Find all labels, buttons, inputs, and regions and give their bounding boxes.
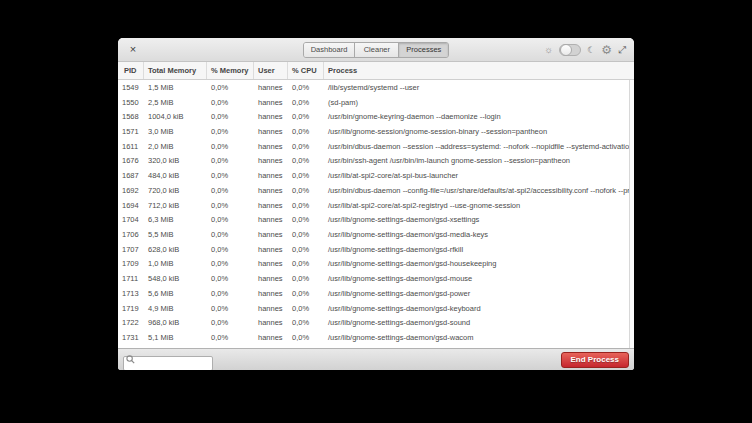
table-row[interactable]: 15681004,0 kiB0,0%hannes0,0%/usr/bin/gno… bbox=[118, 109, 634, 124]
table-row[interactable]: 15713,0 MiB0,0%hannes0,0%/usr/lib/gnome-… bbox=[118, 124, 634, 139]
table-cell: 1713 bbox=[118, 289, 144, 298]
column-header-pid[interactable]: PID bbox=[118, 62, 144, 79]
table-cell: 0,0% bbox=[207, 215, 254, 224]
table-row[interactable]: 1734548,0 kiB0,0%hannes0,0%/usr/lib/gnom… bbox=[118, 345, 634, 348]
column-header-pct-memory[interactable]: % Memory bbox=[207, 62, 254, 79]
table-cell: 968,0 kiB bbox=[144, 318, 207, 327]
view-switcher: Dashboard Cleaner Processes bbox=[303, 42, 450, 58]
table-cell: hannes bbox=[254, 127, 288, 136]
table-cell: 3,0 MiB bbox=[144, 127, 207, 136]
table-row[interactable]: 1676320,0 kiB0,0%hannes0,0%/usr/bin/ssh-… bbox=[118, 154, 634, 169]
table-cell: /usr/lib/gnome-session/gnome-session-bin… bbox=[324, 127, 634, 136]
titlebar[interactable]: × Dashboard Cleaner Processes ☼ ☾ ⚙ ⤢ bbox=[118, 38, 634, 62]
table-row[interactable]: 1687484,0 kiB0,0%hannes0,0%/usr/lib/at-s… bbox=[118, 168, 634, 183]
table-cell: 0,0% bbox=[207, 186, 254, 195]
table-cell: 1,0 MiB bbox=[144, 259, 207, 268]
table-cell: 1704 bbox=[118, 215, 144, 224]
tab-dashboard[interactable]: Dashboard bbox=[304, 43, 356, 57]
close-icon[interactable]: × bbox=[126, 42, 140, 56]
table-cell: 548,0 kiB bbox=[144, 274, 207, 283]
table-cell: /usr/bin/dbus-daemon --session --address… bbox=[324, 142, 634, 151]
column-header-process[interactable]: Process bbox=[324, 62, 634, 79]
table-cell: 0,0% bbox=[207, 156, 254, 165]
monitor-app-window: × Dashboard Cleaner Processes ☼ ☾ ⚙ ⤢ PI… bbox=[118, 38, 634, 370]
table-row[interactable]: 17046,3 MiB0,0%hannes0,0%/usr/lib/gnome-… bbox=[118, 212, 634, 227]
dark-mode-icon: ☾ bbox=[587, 46, 595, 55]
table-cell: hannes bbox=[254, 259, 288, 268]
table-cell: 5,5 MiB bbox=[144, 230, 207, 239]
column-header-total-memory[interactable]: Total Memory bbox=[144, 62, 207, 79]
table-cell: /lib/systemd/systemd --user bbox=[324, 83, 634, 92]
table-cell: 1571 bbox=[118, 127, 144, 136]
column-header-pct-cpu[interactable]: % CPU bbox=[288, 62, 324, 79]
table-cell: 1549 bbox=[118, 83, 144, 92]
column-header-user[interactable]: User bbox=[254, 62, 288, 79]
table-cell: 0,0% bbox=[207, 127, 254, 136]
table-cell: 1676 bbox=[118, 156, 144, 165]
table-row[interactable]: 17135,6 MiB0,0%hannes0,0%/usr/lib/gnome-… bbox=[118, 286, 634, 301]
table-cell: 0,0% bbox=[288, 289, 324, 298]
table-cell: 0,0% bbox=[288, 259, 324, 268]
table-cell: /usr/lib/at-spi2-core/at-spi2-registryd … bbox=[324, 201, 634, 210]
tab-cleaner[interactable]: Cleaner bbox=[355, 43, 399, 57]
table-cell: /usr/bin/gnome-keyring-daemon --daemoniz… bbox=[324, 112, 634, 121]
table-cell: 1709 bbox=[118, 259, 144, 268]
search-input[interactable] bbox=[123, 356, 213, 370]
table-cell: hannes bbox=[254, 304, 288, 313]
search-icon bbox=[126, 355, 135, 364]
table-row[interactable]: 15491,5 MiB0,0%hannes0,0%/lib/systemd/sy… bbox=[118, 80, 634, 95]
table-cell: hannes bbox=[254, 112, 288, 121]
search-field bbox=[123, 352, 213, 367]
table-cell: 320,0 kiB bbox=[144, 156, 207, 165]
table-row[interactable]: 17315,1 MiB0,0%hannes0,0%/usr/lib/gnome-… bbox=[118, 330, 634, 345]
light-mode-icon: ☼ bbox=[544, 45, 553, 55]
table-cell: /usr/lib/gnome-settings-daemon/gsd-sound bbox=[324, 318, 634, 327]
table-cell: 1687 bbox=[118, 171, 144, 180]
table-row[interactable]: 16112,0 MiB0,0%hannes0,0%/usr/bin/dbus-d… bbox=[118, 139, 634, 154]
tab-processes[interactable]: Processes bbox=[399, 43, 448, 57]
table-row[interactable]: 17194,9 MiB0,0%hannes0,0%/usr/lib/gnome-… bbox=[118, 301, 634, 316]
table-cell: 0,0% bbox=[207, 83, 254, 92]
table-cell: 484,0 kiB bbox=[144, 171, 207, 180]
table-cell: 712,0 kiB bbox=[144, 201, 207, 210]
settings-gear-icon[interactable]: ⚙ bbox=[601, 44, 612, 56]
table-cell: hannes bbox=[254, 171, 288, 180]
resize-icon[interactable]: ⤢ bbox=[618, 45, 626, 55]
process-rows: 15491,5 MiB0,0%hannes0,0%/lib/systemd/sy… bbox=[118, 80, 634, 348]
table-cell: hannes bbox=[254, 98, 288, 107]
desktop-background: × Dashboard Cleaner Processes ☼ ☾ ⚙ ⤢ PI… bbox=[0, 0, 752, 423]
table-row[interactable]: 1694712,0 kiB0,0%hannes0,0%/usr/lib/at-s… bbox=[118, 198, 634, 213]
table-cell: hannes bbox=[254, 156, 288, 165]
table-cell: hannes bbox=[254, 245, 288, 254]
table-cell: 1692 bbox=[118, 186, 144, 195]
toggle-knob bbox=[560, 44, 572, 56]
table-row[interactable]: 1722968,0 kiB0,0%hannes0,0%/usr/lib/gnom… bbox=[118, 316, 634, 331]
table-cell: 0,0% bbox=[288, 245, 324, 254]
table-cell: /usr/bin/dbus-daemon --config-file=/usr/… bbox=[324, 186, 634, 195]
table-cell: /usr/lib/gnome-settings-daemon/gsd-keybo… bbox=[324, 304, 634, 313]
dark-mode-toggle[interactable] bbox=[559, 44, 581, 56]
table-cell: 1611 bbox=[118, 142, 144, 151]
table-row[interactable]: 1692720,0 kiB0,0%hannes0,0%/usr/bin/dbus… bbox=[118, 183, 634, 198]
table-cell: hannes bbox=[254, 289, 288, 298]
table-cell: 1,5 MiB bbox=[144, 83, 207, 92]
table-row[interactable]: 1707628,0 kiB0,0%hannes0,0%/usr/lib/gnom… bbox=[118, 242, 634, 257]
table-row[interactable]: 17091,0 MiB0,0%hannes0,0%/usr/lib/gnome-… bbox=[118, 257, 634, 272]
scrollbar[interactable] bbox=[629, 80, 634, 348]
table-cell: 0,0% bbox=[288, 215, 324, 224]
end-process-button[interactable]: End Process bbox=[561, 352, 629, 368]
table-cell: 1711 bbox=[118, 274, 144, 283]
table-cell: 0,0% bbox=[207, 333, 254, 342]
table-cell: 0,0% bbox=[207, 201, 254, 210]
table-row[interactable]: 17065,5 MiB0,0%hannes0,0%/usr/lib/gnome-… bbox=[118, 227, 634, 242]
table-cell: 0,0% bbox=[207, 318, 254, 327]
table-cell: 0,0% bbox=[288, 274, 324, 283]
table-cell: /usr/lib/gnome-settings-daemon/gsd-xsett… bbox=[324, 215, 634, 224]
table-row[interactable]: 1711548,0 kiB0,0%hannes0,0%/usr/lib/gnom… bbox=[118, 271, 634, 286]
table-cell: 1722 bbox=[118, 318, 144, 327]
table-cell: 0,0% bbox=[207, 142, 254, 151]
table-cell: 0,0% bbox=[207, 171, 254, 180]
table-cell: 0,0% bbox=[288, 318, 324, 327]
table-row[interactable]: 15502,5 MiB0,0%hannes0,0%(sd-pam) bbox=[118, 95, 634, 110]
table-cell: hannes bbox=[254, 83, 288, 92]
